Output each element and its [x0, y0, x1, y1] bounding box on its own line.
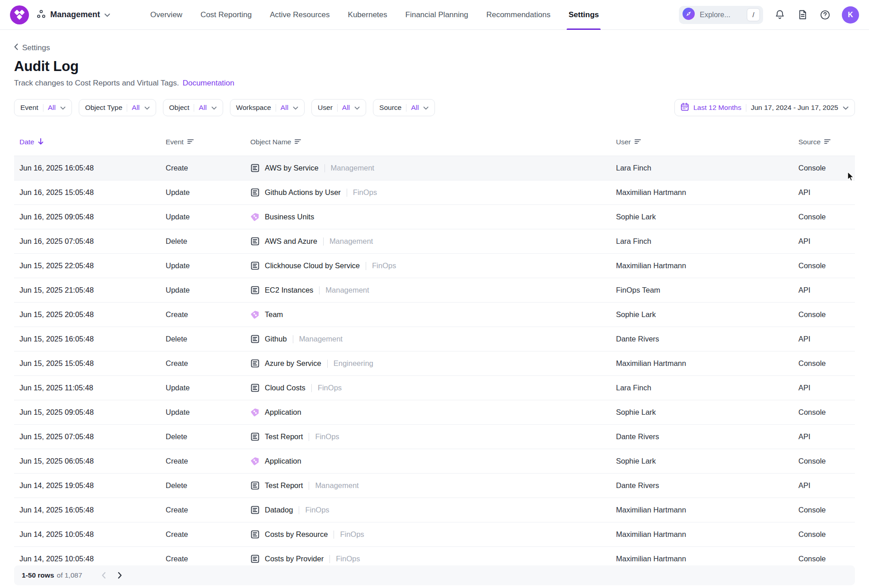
- nav-item-overview[interactable]: Overview: [150, 0, 182, 30]
- table-row[interactable]: Jun 15, 2025 16:05:48DeleteGithubManagem…: [14, 327, 855, 351]
- cell-date: Jun 14, 2025 16:05:48: [19, 506, 166, 514]
- object-name: Clickhouse Cloud by Service: [265, 261, 360, 270]
- filter-pills: EventAllObject TypeAllObjectAllWorkspace…: [14, 99, 435, 116]
- table-row[interactable]: Jun 14, 2025 19:05:48DeleteTest ReportMa…: [14, 473, 855, 498]
- filter-value: All: [281, 104, 288, 112]
- cell-source: API: [798, 432, 850, 441]
- cell-event: Update: [166, 188, 250, 197]
- divider: [347, 189, 347, 197]
- object-name: Test Report: [265, 432, 303, 441]
- filter-object[interactable]: ObjectAll: [163, 99, 223, 116]
- rows-total-label: of 1,087: [57, 571, 82, 579]
- breadcrumb-back-settings[interactable]: Settings: [14, 43, 50, 52]
- cell-source: API: [798, 384, 850, 392]
- chevron-down-icon: [423, 104, 429, 112]
- column-label: Event: [166, 138, 184, 146]
- cell-source: API: [798, 481, 850, 490]
- explore-search[interactable]: Explore... /: [679, 6, 763, 24]
- cell-event: Update: [166, 213, 250, 221]
- changelog-document-icon[interactable]: [797, 9, 808, 21]
- table-row[interactable]: Jun 15, 2025 07:05:48DeleteTest ReportFi…: [14, 424, 855, 449]
- date-range-filter[interactable]: Last 12 Months Jun 17, 2024 - Jun 17, 20…: [674, 99, 855, 116]
- table-row[interactable]: Jun 15, 2025 22:05:48UpdateClickhouse Cl…: [14, 253, 855, 278]
- column-header-source[interactable]: Source: [798, 138, 850, 146]
- filter-source[interactable]: SourceAll: [373, 99, 435, 116]
- table-row[interactable]: Jun 15, 2025 09:05:48UpdateApplicationSo…: [14, 400, 855, 424]
- table-row[interactable]: Jun 15, 2025 21:05:48UpdateEC2 Instances…: [14, 278, 855, 302]
- workspace-label: Management: [315, 481, 358, 490]
- cell-event: Update: [166, 261, 250, 270]
- cell-source: Console: [798, 359, 850, 368]
- subtitle-text: Track changes to Cost Reports and Virtua…: [14, 79, 179, 87]
- sort-lines-icon: [635, 138, 642, 146]
- cell-source: API: [798, 188, 850, 197]
- tag-icon: [250, 408, 260, 417]
- cell-object-name: EC2 InstancesManagement: [250, 285, 616, 295]
- cell-user: Sophie Lark: [616, 408, 798, 417]
- object-name: AWS by Service: [265, 164, 319, 172]
- table-row[interactable]: Jun 16, 2025 09:05:48UpdateBusiness Unit…: [14, 204, 855, 229]
- chevron-down-icon: [211, 104, 217, 112]
- notifications-bell-icon[interactable]: [774, 9, 786, 21]
- cell-source: Console: [798, 261, 850, 270]
- cell-event: Update: [166, 408, 250, 417]
- nav-item-cost-reporting[interactable]: Cost Reporting: [201, 0, 252, 30]
- table-row[interactable]: Jun 14, 2025 10:05:48CreateCosts by Reso…: [14, 522, 855, 546]
- table-row[interactable]: Jun 15, 2025 06:05:48CreateApplicationSo…: [14, 449, 855, 473]
- top-navbar: Management OverviewCost ReportingActive …: [0, 0, 869, 30]
- nav-item-kubernetes[interactable]: Kubernetes: [348, 0, 387, 30]
- filter-workspace[interactable]: WorkspaceAll: [230, 99, 305, 116]
- filter-value: All: [342, 104, 350, 112]
- table-row[interactable]: Jun 15, 2025 15:05:48CreateAzure by Serv…: [14, 351, 855, 375]
- filter-event[interactable]: EventAll: [14, 99, 72, 116]
- object-name: Test Report: [265, 481, 303, 490]
- next-page-button[interactable]: [113, 569, 127, 582]
- cell-user: Maximilian Hartmann: [616, 555, 798, 563]
- chevron-down-icon: [60, 104, 66, 112]
- workspace-label: FinOps: [305, 506, 329, 514]
- cell-event: Delete: [166, 335, 250, 343]
- vantage-logo-icon[interactable]: [10, 5, 29, 24]
- table-row[interactable]: Jun 15, 2025 20:05:48CreateTeamSophie La…: [14, 302, 855, 327]
- org-switcher[interactable]: Management: [36, 9, 110, 21]
- divider: [293, 335, 293, 343]
- chevron-left-icon: [14, 43, 18, 52]
- slash-shortcut-key: /: [747, 8, 760, 21]
- column-header-user[interactable]: User: [616, 138, 798, 146]
- filter-user[interactable]: UserAll: [311, 99, 366, 116]
- nav-item-recommendations[interactable]: Recommendations: [486, 0, 550, 30]
- previous-page-button[interactable]: [97, 569, 110, 582]
- divider: [309, 482, 309, 490]
- cell-user: Maximilian Hartmann: [616, 506, 798, 514]
- cell-event: Update: [166, 384, 250, 392]
- cell-date: Jun 15, 2025 11:05:48: [19, 384, 166, 392]
- column-header-event[interactable]: Event: [166, 138, 250, 146]
- divider: [194, 104, 194, 112]
- column-header-object-name[interactable]: Object Name: [250, 138, 616, 146]
- cell-date: Jun 15, 2025 06:05:48: [19, 457, 166, 465]
- table-row[interactable]: Jun 16, 2025 16:05:48CreateAWS by Servic…: [14, 156, 855, 180]
- cell-user: Sophie Lark: [616, 310, 798, 319]
- filter-label: Object: [169, 104, 190, 112]
- rows-range-label: 1-50 rows: [22, 571, 54, 579]
- cell-event: Delete: [166, 432, 250, 441]
- divider: [327, 360, 328, 368]
- table-row[interactable]: Jun 16, 2025 07:05:48DeleteAWS and Azure…: [14, 229, 855, 253]
- workspace-label: FinOps: [372, 261, 396, 270]
- cell-user: Dante Rivers: [616, 335, 798, 343]
- table-row[interactable]: Jun 14, 2025 16:05:48CreateDatadogFinOps…: [14, 498, 855, 522]
- filter-object-type[interactable]: Object TypeAll: [79, 99, 156, 116]
- user-avatar[interactable]: K: [842, 6, 859, 24]
- divider: [325, 164, 325, 172]
- nav-item-active-resources[interactable]: Active Resources: [270, 0, 329, 30]
- column-header-date[interactable]: Date: [19, 138, 166, 147]
- divider: [329, 555, 330, 563]
- cell-object-name: Costs by ResourceFinOps: [250, 530, 616, 539]
- cell-object-name: GithubManagement: [250, 334, 616, 344]
- help-icon[interactable]: [819, 9, 831, 21]
- documentation-link[interactable]: Documentation: [182, 79, 234, 87]
- nav-item-settings[interactable]: Settings: [568, 0, 599, 30]
- table-row[interactable]: Jun 16, 2025 15:05:48UpdateGithub Action…: [14, 180, 855, 204]
- nav-item-financial-planning[interactable]: Financial Planning: [406, 0, 468, 30]
- table-row[interactable]: Jun 15, 2025 11:05:48UpdateCloud CostsFi…: [14, 375, 855, 400]
